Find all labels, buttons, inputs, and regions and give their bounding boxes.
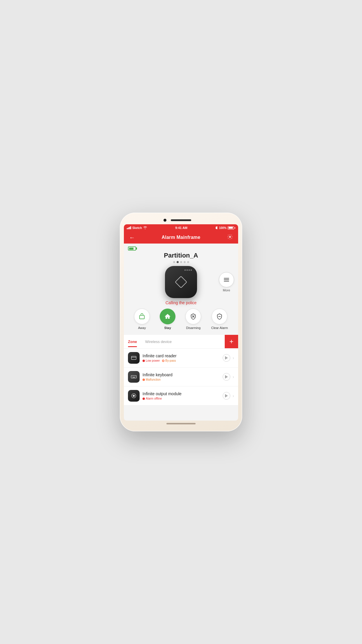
alarm-offline-dot xyxy=(143,398,145,400)
home-bar xyxy=(124,421,238,426)
clear-alarm-label: Clear Alarm xyxy=(211,326,228,330)
status-right: 100% xyxy=(215,226,235,230)
card-reader-device-icon xyxy=(131,355,137,361)
dot-4 xyxy=(184,261,186,263)
device-top-dots xyxy=(184,270,192,271)
svg-rect-9 xyxy=(131,375,136,378)
malfunction-tag: ! Malfunction xyxy=(143,378,161,381)
device-icon xyxy=(165,266,197,298)
menu-icon xyxy=(224,278,229,281)
keyboard-play-button[interactable] xyxy=(223,373,230,381)
keyboard-chevron-icon[interactable]: › xyxy=(233,374,234,379)
play-icon xyxy=(225,375,228,379)
back-button[interactable]: ← xyxy=(128,233,136,242)
more-button-container: More xyxy=(219,272,234,292)
tab-header: Zone Wireless device + xyxy=(124,335,238,349)
wifi-icon xyxy=(143,226,147,229)
away-label: Away xyxy=(138,326,146,330)
tab-wireless[interactable]: Wireless device xyxy=(141,336,176,347)
more-label: More xyxy=(223,288,230,292)
status-left: Sketch xyxy=(127,226,147,230)
card-reader-name: Infinite card reader xyxy=(143,354,220,358)
phone-shell: Sketch 9:41 AM 100% xyxy=(120,213,242,431)
card-reader-chevron-icon[interactable]: › xyxy=(233,356,234,360)
phone-top-bar xyxy=(124,216,238,224)
svg-rect-1 xyxy=(140,315,145,319)
card-reader-actions: › xyxy=(223,354,234,362)
device-diamond-icon xyxy=(175,276,187,288)
settings-button[interactable] xyxy=(226,233,234,242)
clear-alarm-button[interactable]: Clear Alarm xyxy=(211,309,228,330)
bypass-tag: By-pass xyxy=(162,359,176,362)
disarming-button[interactable]: Disarming xyxy=(185,309,201,330)
card-reader-play-button[interactable] xyxy=(223,354,230,362)
actions-row: Away Stay xyxy=(128,309,234,330)
bypass-text: By-pass xyxy=(165,359,176,362)
gear-icon xyxy=(227,234,233,240)
bluetooth-icon xyxy=(215,226,218,230)
malfunction-text: Malfunction xyxy=(146,378,161,381)
tab-zone[interactable]: Zone xyxy=(124,336,141,347)
play-icon xyxy=(225,394,228,398)
device-thumb-output xyxy=(128,390,140,402)
output-play-button[interactable] xyxy=(223,392,230,400)
screen: Sketch 9:41 AM 100% xyxy=(124,224,238,421)
svg-text:!: ! xyxy=(143,379,144,381)
svg-point-0 xyxy=(229,236,231,237)
main-content: Partition_A xyxy=(124,244,238,421)
page-title: Alarm Mainframe xyxy=(162,235,201,240)
add-device-button[interactable]: + xyxy=(225,335,238,348)
output-info: Infinite output module Alarm offline xyxy=(143,391,220,400)
keyboard-actions: › xyxy=(223,373,234,381)
svg-rect-5 xyxy=(131,356,136,360)
play-icon xyxy=(225,356,228,360)
keyboard-device-icon xyxy=(131,374,137,380)
clear-alarm-circle xyxy=(212,309,227,324)
list-item: Infinite output module Alarm offline xyxy=(124,386,238,405)
pagination-dots xyxy=(173,261,189,263)
clear-alarm-icon xyxy=(216,313,223,320)
svg-point-17 xyxy=(133,395,135,397)
output-device-icon xyxy=(131,393,137,399)
keyboard-info: Infinite keyboard ! Malfunction xyxy=(143,372,220,381)
battery-percent: 100% xyxy=(219,226,226,230)
more-button[interactable] xyxy=(219,272,234,287)
tab-section: Zone Wireless device + xyxy=(124,335,238,405)
dot-2 xyxy=(177,261,179,263)
device-list: Infinite card reader Low power xyxy=(124,349,238,405)
output-name: Infinite output module xyxy=(143,391,220,396)
low-power-tag: Low power xyxy=(143,359,160,362)
output-chevron-icon[interactable]: › xyxy=(233,393,234,398)
bypass-dot xyxy=(162,360,164,362)
disarming-icon xyxy=(190,313,196,320)
low-power-text: Low power xyxy=(146,359,160,362)
away-icon xyxy=(139,313,145,320)
away-circle xyxy=(134,309,150,324)
stay-circle xyxy=(160,309,175,324)
disarming-circle xyxy=(185,309,201,324)
card-reader-status: Low power By-pass xyxy=(143,359,220,362)
camera-dot xyxy=(164,219,166,222)
device-thumb-card-reader xyxy=(128,352,140,364)
stay-label: Stay xyxy=(164,326,171,330)
hero-section: Partition_A xyxy=(124,244,238,335)
stay-icon xyxy=(164,313,171,320)
add-icon: + xyxy=(229,338,233,345)
stay-button[interactable]: Stay xyxy=(160,309,175,330)
signal-bars-icon xyxy=(127,226,131,229)
keyboard-status: ! Malfunction xyxy=(143,378,220,381)
dot-1 xyxy=(173,261,175,263)
status-time: 9:41 AM xyxy=(175,226,187,230)
card-reader-info: Infinite card reader Low power xyxy=(143,354,220,362)
home-indicator[interactable] xyxy=(166,423,196,424)
carrier-label: Sketch xyxy=(132,226,142,230)
status-bar: Sketch 9:41 AM 100% xyxy=(124,224,238,231)
dot-5 xyxy=(187,261,189,263)
battery-indicator xyxy=(128,246,136,251)
list-item: Infinite card reader Low power xyxy=(124,349,238,368)
alarm-offline-tag: Alarm offline xyxy=(143,397,162,400)
away-button[interactable]: Away xyxy=(134,309,150,330)
malfunction-dot: ! xyxy=(143,379,145,381)
dot-3 xyxy=(180,261,182,263)
disarming-label: Disarming xyxy=(186,326,201,330)
